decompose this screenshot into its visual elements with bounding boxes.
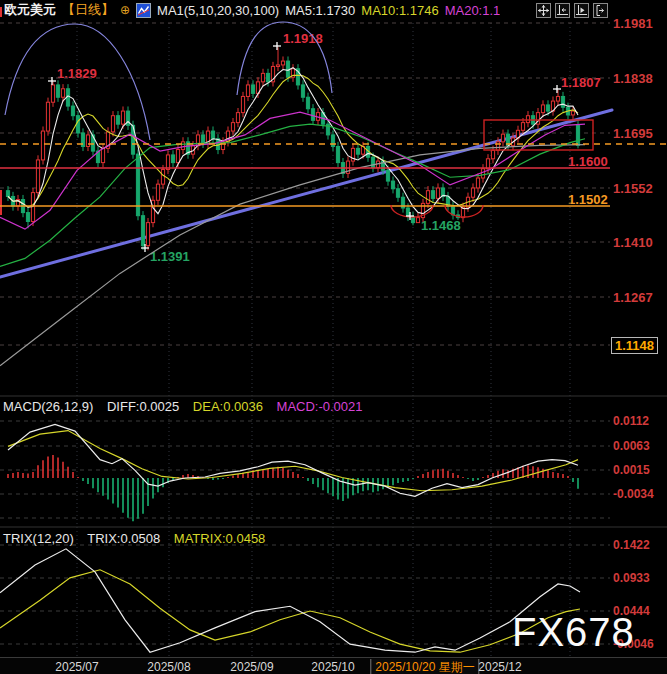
macd-header: MACD(26,12,9) DIFF:0.0025 DEA:0.0036 MAC… xyxy=(3,399,373,414)
add-indicator-icon[interactable]: ⊕ xyxy=(120,3,130,17)
trix-title[interactable]: TRIX(12,20) xyxy=(3,531,74,546)
macd-hist-value: MACD:-0.0021 xyxy=(277,399,363,414)
timeframe-label[interactable]: 【日线】 xyxy=(62,1,114,19)
ma-settings-label: MA1(5,10,20,30,100) xyxy=(157,3,279,18)
x-axis-bar[interactable]: 2025/07 2025/08 2025/09 2025/10 2025/10/… xyxy=(0,657,667,674)
chart-toolbar xyxy=(536,3,608,18)
macd-diff-value: DIFF:0.0025 xyxy=(107,399,179,414)
fit-y-axis-icon[interactable] xyxy=(555,3,570,18)
x-axis-label: 2025/09 xyxy=(230,660,273,674)
x-axis-label: 2025/07 xyxy=(55,660,98,674)
ma10-value: MA10:1.1746 xyxy=(361,3,438,18)
chart-canvas[interactable] xyxy=(0,0,667,674)
chart-type-icon[interactable] xyxy=(136,3,151,18)
x-axis-label: 2025/10 xyxy=(311,660,354,674)
macd-dea-value: DEA:0.0036 xyxy=(193,399,263,414)
x-axis-label: 2025/08 xyxy=(147,660,190,674)
chart-window: 欧元美元 【日线】 ⊕ MA1(5,10,20,30,100) MA5:1.17… xyxy=(0,0,667,674)
fit-x-axis-icon[interactable] xyxy=(574,3,589,18)
matrix-value: MATRIX:0.0458 xyxy=(174,531,266,546)
pan-icon[interactable] xyxy=(536,3,551,18)
symbol-name[interactable]: 欧元美元 xyxy=(4,1,56,19)
trix-header: TRIX(12,20) TRIX:0.0508 MATRIX:0.0458 xyxy=(3,531,275,546)
ma20-value: MA20:1.1 xyxy=(445,3,501,18)
selected-date-label: 2025/10/20 星期一 xyxy=(370,659,479,674)
ma5-value: MA5:1.1730 xyxy=(285,3,355,18)
trix-value: TRIX:0.0508 xyxy=(87,531,160,546)
macd-title[interactable]: MACD(26,12,9) xyxy=(3,399,93,414)
x-axis-label: 2025/12 xyxy=(478,660,521,674)
shift-chart-icon[interactable] xyxy=(593,3,608,18)
fx678-watermark: FX678 xyxy=(512,610,635,655)
